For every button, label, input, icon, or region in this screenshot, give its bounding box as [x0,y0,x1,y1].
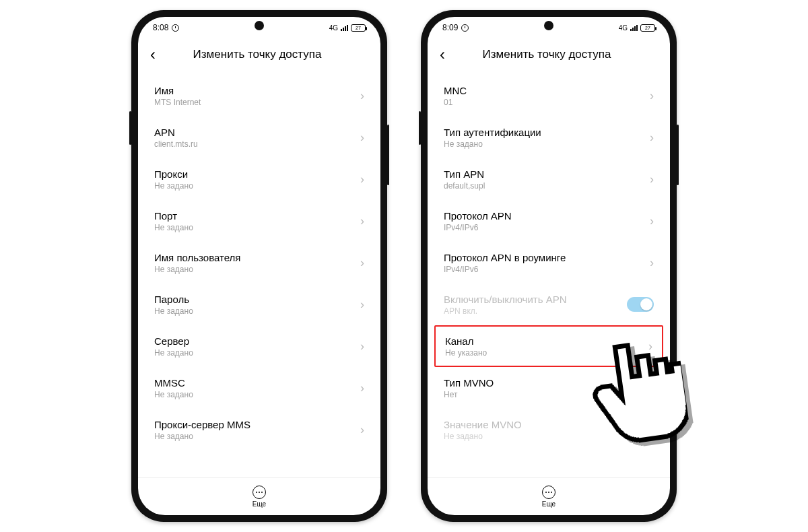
row-password[interactable]: ПарольНе задано › [141,284,378,325]
status-time: 8:09 [442,23,458,32]
row-apn-type[interactable]: Тип APNdefault,supl › [430,158,667,200]
row-bearer[interactable]: КаналНе указано › [434,325,663,367]
chevron-right-icon: › [360,89,364,103]
bottom-bar: Еще [138,477,380,515]
row-mvno-value: Значение MVNOНе задано › [430,409,667,451]
settings-list[interactable]: MNC01 › Тип аутентификацииНе задано › Ти… [428,75,670,477]
chevron-right-icon: › [650,131,654,145]
phone-left: 8:08 4G 27 ‹ Изменить точку доступа ИмяM… [131,10,387,522]
row-server[interactable]: СерверНе задано › [141,325,378,367]
row-apn-protocol[interactable]: Протокол APNIPv4/IPv6 › [430,200,667,242]
row-port[interactable]: ПортНе задано › [141,200,378,242]
chevron-right-icon: › [650,423,654,437]
alarm-icon [461,24,469,32]
row-mnc[interactable]: MNC01 › [430,75,667,117]
row-mms-proxy[interactable]: Прокси-сервер MMSНе задано › [141,409,378,451]
status-time: 8:08 [153,23,168,32]
header: ‹ Изменить точку доступа [428,38,670,75]
row-proxy[interactable]: ПроксиНе задано › [141,158,378,200]
row-apn-roaming-protocol[interactable]: Протокол APN в роумингеIPv4/IPv6 › [430,242,667,284]
camera-notch [255,21,264,30]
signal-icon [341,25,348,31]
battery-icon: 27 [351,24,366,32]
more-icon[interactable] [252,486,266,499]
camera-notch [544,21,553,30]
network-label: 4G [329,24,338,32]
chevron-right-icon: › [650,256,654,270]
settings-list[interactable]: ИмяMTS Internet › APNclient.mts.ru › Про… [138,75,380,477]
toggle-switch[interactable] [627,297,654,312]
bottom-bar: Еще [428,477,670,515]
battery-icon: 27 [640,24,655,32]
chevron-right-icon: › [360,256,364,270]
chevron-right-icon: › [650,89,654,103]
network-label: 4G [619,24,628,32]
chevron-right-icon: › [648,339,652,354]
more-label: Еще [252,500,266,508]
chevron-right-icon: › [360,381,364,395]
row-username[interactable]: Имя пользователяНе задано › [141,242,378,284]
row-mvno-type[interactable]: Тип MVNOНет › [430,367,667,409]
chevron-right-icon: › [360,172,364,187]
row-name[interactable]: ИмяMTS Internet › [141,75,378,117]
chevron-right-icon: › [360,423,364,437]
chevron-right-icon: › [360,214,364,228]
alarm-icon [172,24,179,32]
header: ‹ Изменить точку доступа [138,38,380,75]
more-icon[interactable] [542,486,556,499]
chevron-right-icon: › [650,214,654,228]
chevron-right-icon: › [360,339,364,354]
page-title: Изменить точку доступа [146,48,368,61]
more-label: Еще [542,500,556,508]
page-title: Изменить точку доступа [436,48,658,61]
row-mmsc[interactable]: MMSCНе задано › [141,367,378,409]
phone-right: 8:09 4G 27 ‹ Изменить точку доступа MNC0… [421,10,677,522]
row-apn-enable[interactable]: Включить/выключить APNAPN вкл. [430,284,667,325]
signal-icon [630,25,638,31]
chevron-right-icon: › [360,131,364,145]
screen: 8:09 4G 27 ‹ Изменить точку доступа MNC0… [428,17,670,515]
chevron-right-icon: › [650,381,654,395]
screen: 8:08 4G 27 ‹ Изменить точку доступа ИмяM… [138,17,380,515]
chevron-right-icon: › [650,172,654,187]
row-auth-type[interactable]: Тип аутентификацииНе задано › [430,117,667,158]
row-apn[interactable]: APNclient.mts.ru › [141,117,378,158]
chevron-right-icon: › [360,298,364,312]
